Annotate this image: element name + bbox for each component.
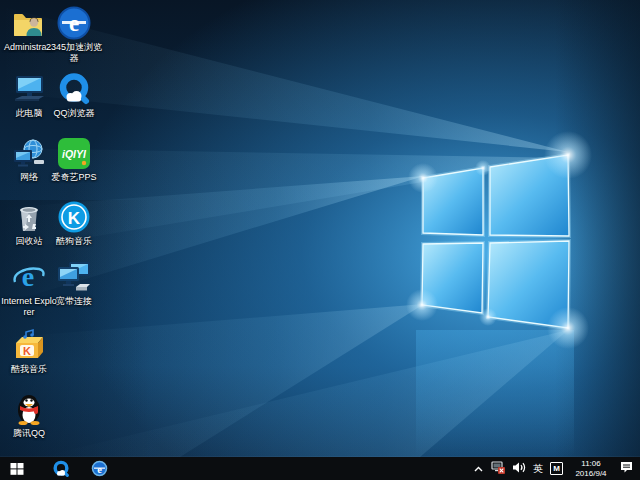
svg-text:K: K	[23, 345, 31, 357]
desktop-icon-label: 网络	[20, 172, 38, 183]
iqiyi-logo-text: iQIYI	[62, 148, 87, 160]
ie-icon: e	[12, 258, 46, 294]
desktop-icon-label: 2345加速浏览器	[45, 42, 103, 64]
desktop-icon-label: 此电脑	[16, 108, 43, 119]
kugou-k-icon: K	[57, 198, 91, 234]
desktop-icon-qq-browser[interactable]: QQ浏览器	[45, 70, 103, 119]
taskbar-app-qq-browser[interactable]	[46, 457, 76, 480]
desktop-icon-label: 宽带连接	[56, 296, 92, 307]
volume-icon[interactable]	[512, 460, 526, 478]
desktop: Administra... 此电脑	[0, 0, 640, 457]
ime-mode-indicator[interactable]: M	[550, 462, 563, 475]
network-globe-icon	[12, 134, 46, 170]
desktop-icon-broadband[interactable]: 宽带连接	[45, 258, 103, 307]
desktop-icon-iqiyi-pps[interactable]: iQIYI 爱奇艺PPS	[45, 134, 103, 183]
qq-browser-icon	[57, 70, 91, 106]
taskbar-clock[interactable]: 11:06 2016/9/4	[570, 459, 612, 479]
iqiyi-icon: iQIYI	[57, 134, 91, 170]
user-folder-icon	[12, 4, 46, 40]
desktop-icon-kugou-music[interactable]: K 酷狗音乐	[45, 198, 103, 247]
start-button[interactable]	[0, 457, 34, 480]
recycle-bin-icon	[12, 198, 46, 234]
qq-browser-icon	[52, 460, 70, 478]
svg-text:e: e	[97, 464, 102, 475]
system-tray: 英 M 11:06 2016/9/4	[473, 459, 640, 479]
qq-penguin-icon	[12, 390, 46, 426]
svg-text:K: K	[68, 209, 81, 228]
taskbar: e 英 M 11:06 201	[0, 457, 640, 480]
desktop-icon-kuwo-music[interactable]: K 酷我音乐	[0, 326, 58, 375]
action-center-icon[interactable]	[619, 460, 634, 478]
desktop-icon-tencent-qq[interactable]: 腾讯QQ	[0, 390, 58, 439]
desktop-icon-label: 回收站	[16, 236, 43, 247]
clock-time: 11:06	[570, 459, 612, 469]
clock-date: 2016/9/4	[570, 469, 612, 479]
svg-text:e: e	[22, 261, 34, 292]
desktop-icon-label: QQ浏览器	[53, 108, 94, 119]
tray-chevron-up-icon[interactable]	[473, 460, 484, 478]
ime-language-indicator[interactable]: 英	[533, 464, 543, 474]
2345-e-icon: e	[91, 460, 108, 477]
taskbar-app-2345-browser[interactable]: e	[84, 457, 114, 480]
network-disconnected-icon[interactable]	[491, 460, 505, 478]
desktop-icon-label: 酷我音乐	[11, 364, 47, 375]
windows-start-icon	[10, 462, 24, 476]
broadband-icon	[56, 258, 92, 294]
desktop-icon-2345-browser[interactable]: e 2345加速浏览器	[45, 4, 103, 64]
kuwo-box-icon: K	[12, 326, 46, 362]
desktop-icon-label: 爱奇艺PPS	[51, 172, 96, 183]
desktop-icon-label: 酷狗音乐	[56, 236, 92, 247]
computer-icon	[12, 70, 46, 106]
desktop-icon-label: 腾讯QQ	[13, 428, 45, 439]
2345-e-icon: e	[57, 4, 91, 40]
